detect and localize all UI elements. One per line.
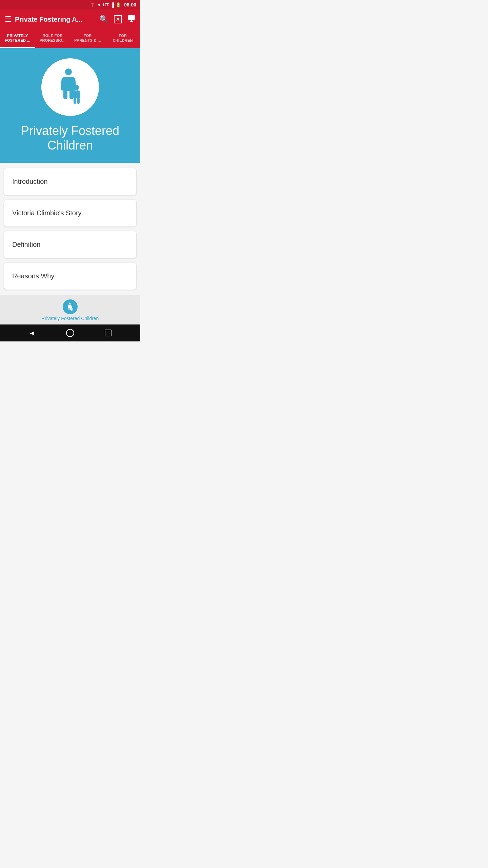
tab-role-professionals[interactable]: ROLE FOR PROFESSIO... (35, 29, 70, 47)
bottom-nav-label: Privately Fostered Children (42, 316, 99, 321)
svg-rect-7 (74, 98, 76, 104)
tab-privately-fostered[interactable]: PRIVATELY FOSTERED ... (0, 29, 35, 47)
svg-rect-4 (63, 90, 67, 99)
home-button[interactable] (66, 329, 74, 337)
battery-icon: 🔋 (116, 2, 121, 7)
tab-bar: PRIVATELY FOSTERED ... ROLE FOR PROFESSI… (0, 29, 140, 48)
svg-point-6 (74, 85, 79, 90)
parent-child-icon (52, 68, 89, 106)
status-icons: 📍 ▼ LTE ▐ 🔋 08:00 (90, 2, 136, 7)
tab-for-children[interactable]: FOR CHILDREN (105, 29, 141, 47)
svg-rect-8 (77, 98, 80, 104)
hero-section: Privately Fostered Children (0, 48, 140, 163)
tab-for-parents[interactable]: FOR PARENTS & ... (70, 29, 105, 47)
hero-title: Privately Fostered Children (7, 123, 134, 153)
back-button[interactable] (29, 329, 36, 337)
system-nav-bar (0, 324, 140, 341)
svg-rect-0 (128, 15, 135, 20)
chat-icon[interactable] (127, 14, 136, 24)
menu-item-reasons-why[interactable]: Reasons Why (4, 263, 136, 290)
recents-button[interactable] (105, 330, 111, 336)
location-icon: 📍 (90, 2, 95, 7)
toolbar-actions: 🔍 A (99, 14, 136, 24)
menu-item-introduction[interactable]: Introduction (4, 168, 136, 195)
status-time: 08:00 (124, 2, 136, 7)
svg-rect-10 (68, 308, 69, 310)
status-bar: 📍 ▼ LTE ▐ 🔋 08:00 (0, 0, 140, 9)
search-icon[interactable]: 🔍 (99, 15, 108, 24)
svg-point-9 (69, 302, 70, 304)
font-size-icon[interactable]: A (114, 15, 122, 24)
toolbar: ☰ Private Fostering A... 🔍 A (0, 9, 140, 29)
menu-item-victoria-climbies-story[interactable]: Victoria Climbie's Story (4, 200, 136, 226)
bottom-nav: Privately Fostered Children (0, 295, 140, 324)
signal-icon: ▐ (111, 2, 114, 7)
svg-point-3 (65, 68, 72, 75)
menu-content: Introduction Victoria Climbie's Story De… (0, 163, 140, 295)
menu-icon[interactable]: ☰ (5, 16, 12, 23)
hero-icon-circle (41, 58, 99, 116)
svg-point-12 (71, 307, 72, 308)
lte-icon: LTE (103, 3, 109, 7)
wifi-icon: ▼ (97, 2, 101, 7)
bottom-nav-icon[interactable] (63, 299, 78, 314)
svg-rect-14 (72, 310, 73, 311)
svg-rect-13 (71, 310, 72, 311)
app-title: Private Fostering A... (15, 16, 96, 23)
menu-item-definition[interactable]: Definition (4, 231, 136, 258)
